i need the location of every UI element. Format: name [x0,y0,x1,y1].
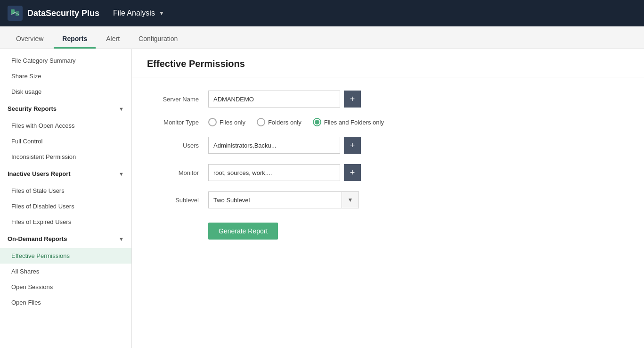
server-name-label: Server Name [147,96,208,103]
generate-report-row: Generate Report [147,219,629,240]
sidebar-item-files-with-open-access[interactable]: Files with Open Access [0,118,131,133]
sidebar-section-on-demand-label: On-Demand Reports [8,235,67,242]
sidebar-item-share-size[interactable]: Share Size [0,68,131,84]
radio-folders-only[interactable]: Folders only [257,118,302,126]
sublevel-select[interactable]: Two Sublevel ▼ [208,191,359,208]
app-logo: DataSecurity Plus [8,6,102,21]
monitor-control-group: + [208,164,361,181]
sidebar: File Category Summary Share Size Disk us… [0,49,132,348]
chevron-down-icon: ▼ [119,106,124,112]
sidebar-item-open-sessions[interactable]: Open Sessions [0,279,131,295]
users-row: Users + [147,137,629,154]
tab-overview[interactable]: Overview [8,29,52,49]
sublevel-select-text: Two Sublevel [209,197,342,204]
form-area: Server Name + Monitor Type Files only F [132,77,644,263]
radio-circle-folders-only [257,118,265,126]
logo-icon [8,6,23,21]
radio-files-only[interactable]: Files only [208,118,245,126]
server-name-control-group: + [208,91,361,108]
radio-circle-files-only [208,118,217,126]
sidebar-item-full-control[interactable]: Full Control [0,133,131,149]
sidebar-section-on-demand-items: Effective Permissions All Shares Open Se… [0,248,131,310]
module-dropdown-arrow: ▼ [159,10,164,17]
sidebar-item-all-shares[interactable]: All Shares [0,264,131,279]
sidebar-item-files-of-disabled-users[interactable]: Files of Disabled Users [0,199,131,214]
tab-alert[interactable]: Alert [98,29,128,49]
sidebar-item-open-files[interactable]: Open Files [0,295,131,310]
tab-configuration[interactable]: Configuration [130,29,186,49]
sidebar-item-files-of-expired-users[interactable]: Files of Expired Users [0,214,131,230]
monitor-input[interactable] [208,164,340,181]
app-name: DataSecurity Plus [27,8,99,18]
monitor-row: Monitor + [147,164,629,181]
monitor-add-button[interactable]: + [344,164,361,181]
users-control-group: + [208,137,361,154]
radio-files-only-label: Files only [220,119,245,126]
server-name-input[interactable] [208,91,340,108]
sidebar-section-on-demand-reports[interactable]: On-Demand Reports ▼ [0,230,131,248]
monitor-type-label: Monitor Type [147,119,208,126]
radio-files-and-folders-label: Files and Folders only [324,119,384,126]
sidebar-section-inactive-users[interactable]: Inactive Users Report ▼ [0,165,131,183]
chevron-down-icon-2: ▼ [119,171,124,177]
chevron-down-icon-3: ▼ [119,236,124,242]
main-layout: File Category Summary Share Size Disk us… [0,49,644,348]
sidebar-section-inactive-users-items: Files of Stale Users Files of Disabled U… [0,183,131,230]
users-label: Users [147,142,208,149]
sublevel-row: Sublevel Two Sublevel ▼ [147,191,629,208]
monitor-type-radio-group: Files only Folders only Files and Folder… [208,118,384,126]
sidebar-section-security-reports-label: Security Reports [8,105,57,112]
monitor-type-row: Monitor Type Files only Folders only Fil… [147,118,629,126]
radio-circle-files-and-folders [313,118,321,126]
sidebar-section-security-reports[interactable]: Security Reports ▼ [0,99,131,118]
radio-folders-only-label: Folders only [268,119,302,126]
users-add-button[interactable]: + [344,137,361,154]
users-input[interactable] [208,137,340,154]
sidebar-section-security-reports-items: Files with Open Access Full Control Inco… [0,118,131,165]
sidebar-item-effective-permissions[interactable]: Effective Permissions [0,248,131,264]
server-name-row: Server Name + [147,91,629,108]
top-bar: DataSecurity Plus File Analysis ▼ [0,0,644,26]
content-area: Effective Permissions Server Name + Moni… [132,49,644,348]
sidebar-top-section: File Category Summary Share Size Disk us… [0,49,131,99]
tab-bar: Overview Reports Alert Configuration [0,26,644,49]
module-name: File Analysis [113,9,155,17]
page-title: Effective Permissions [132,49,644,77]
tab-reports[interactable]: Reports [54,29,96,49]
generate-report-button[interactable]: Generate Report [208,223,278,240]
sidebar-item-disk-usage[interactable]: Disk usage [0,84,131,99]
svg-rect-0 [8,6,23,21]
module-selector[interactable]: File Analysis ▼ [113,9,164,17]
sidebar-item-inconsistent-permission[interactable]: Inconsistent Permission [0,149,131,165]
sidebar-item-file-category-summary[interactable]: File Category Summary [0,53,131,68]
server-name-add-button[interactable]: + [344,91,361,108]
radio-files-and-folders[interactable]: Files and Folders only [313,118,384,126]
monitor-label: Monitor [147,169,208,176]
sidebar-section-inactive-users-label: Inactive Users Report [8,170,71,177]
sublevel-label: Sublevel [147,197,208,204]
sidebar-item-files-of-stale-users[interactable]: Files of Stale Users [0,183,131,199]
chevron-down-icon-select[interactable]: ▼ [342,192,359,208]
